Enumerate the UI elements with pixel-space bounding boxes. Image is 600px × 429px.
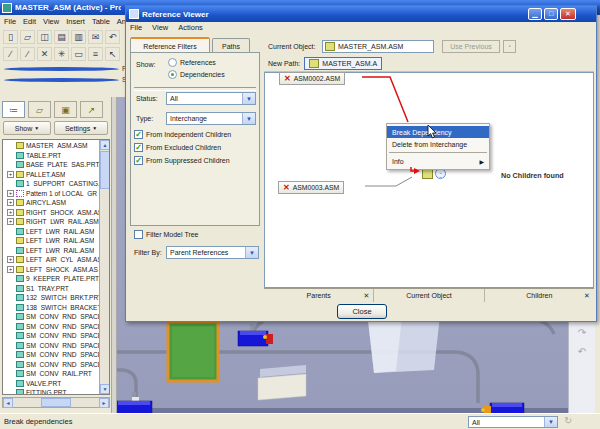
scroll-up-icon[interactable]: ▲ (100, 140, 110, 150)
scroll-down-icon[interactable]: ▼ (100, 384, 110, 394)
part-glass-panel[interactable] (368, 315, 440, 373)
model-tree-tab-icon[interactable]: ≔ (2, 101, 25, 118)
datum-axis-icon[interactable]: ⁄ (20, 47, 35, 61)
main-menu-item[interactable]: Edit (23, 17, 36, 26)
select-arrow-icon[interactable]: ↖ (105, 47, 120, 61)
scroll-right-icon[interactable]: ► (99, 398, 109, 408)
panel-splitter[interactable] (112, 97, 117, 413)
model-tree-row[interactable]: + AIRCYL.ASM (3, 198, 109, 208)
chevron-down-icon[interactable]: ▼ (242, 113, 255, 124)
new-path-chip[interactable]: MASTER_ASM.A (304, 57, 382, 70)
model-tree-row[interactable]: + FITTING.PRT (3, 388, 109, 395)
part-white-slats[interactable] (258, 365, 306, 400)
main-menu-item[interactable]: View (43, 17, 59, 26)
checkbox-checked-icon[interactable]: ✓ (134, 143, 143, 152)
use-previous-flyout-button[interactable]: ▪ (503, 40, 516, 53)
minimize-button[interactable]: ▁ (528, 8, 542, 20)
tree-vertical-scrollbar[interactable]: ▲ ▼ (99, 140, 109, 394)
expand-plus-icon[interactable]: + (7, 190, 14, 197)
settings-button[interactable]: Settings ▼ (54, 121, 108, 135)
menu-item-info[interactable]: Info ▶ (387, 155, 489, 167)
model-tree-row[interactable]: + 1_SUPPORT_CASTING.P (3, 179, 109, 189)
print-icon[interactable]: ▤ (54, 30, 69, 44)
model-tree-row[interactable]: + SM_CONV_RND_SPACER (3, 360, 109, 370)
checkbox-checked-icon[interactable]: ✓ (134, 156, 143, 165)
favorites-tab-icon[interactable]: ▣ (54, 101, 77, 118)
email-icon[interactable]: ✉ (88, 30, 103, 44)
expand-plus-icon[interactable]: + (7, 171, 14, 178)
model-tree-row[interactable]: + SM_CONV_RND_SPACER (3, 331, 109, 341)
model-tree-row[interactable]: + SM_CONV_RND_SPACER (3, 350, 109, 360)
model-tree-row[interactable]: + RIGHT_SHOCK_ASM.AS (3, 208, 109, 218)
scroll-left-icon[interactable]: ◄ (3, 398, 13, 408)
filter-checkbox-row[interactable]: ✓ From Independent Children (134, 128, 258, 141)
model-tree-row[interactable]: + 9_KEEPER_PLATE.PRT (3, 274, 109, 284)
type-combo[interactable]: Interchange ▼ (166, 112, 256, 125)
show-button[interactable]: Show ▼ (3, 121, 51, 135)
close-window-button[interactable]: ✕ (560, 8, 576, 20)
model-tree-row[interactable]: + SM_CONV_RND_SPACER (3, 322, 109, 332)
graph-node-asm0003[interactable]: ✕ ASM0003.ASM (278, 181, 344, 194)
status-combo[interactable]: All ▼ (166, 92, 256, 105)
model-tree-row[interactable]: + SM_CONV_RAIL.PRT (3, 369, 109, 379)
tab-reference-filters[interactable]: Reference Filters (130, 37, 210, 52)
checkbox-unchecked-icon[interactable]: ✓ (134, 230, 143, 239)
refresh-icon[interactable]: ↻ (564, 415, 572, 426)
close-button[interactable]: Close (337, 304, 387, 319)
model-tree-row[interactable]: + LEFT_LWR_RAIL.ASM (3, 236, 109, 246)
part-valve-right[interactable] (481, 403, 524, 413)
children-pane-header[interactable]: Children ✕ (485, 289, 594, 302)
dialog-menu-item[interactable]: View (152, 23, 168, 32)
dialog-menu-item[interactable]: File (130, 23, 142, 32)
maximize-button[interactable]: □ (544, 8, 558, 20)
graph-node-asm0002[interactable]: ✕ ASM0002.ASM (279, 72, 345, 85)
filter-checkbox-row[interactable]: ✓ From Excluded Children (134, 141, 258, 154)
tree-horizontal-scrollbar[interactable]: ◄ ► (2, 397, 110, 408)
pan-view-icon[interactable]: ↷ (575, 327, 589, 338)
close-pane-icon[interactable]: ✕ (584, 289, 590, 302)
model-tree-row[interactable]: + SM_CONV_RND_SPACER (3, 341, 109, 351)
use-previous-button[interactable]: Use Previous (442, 40, 500, 53)
dialog-menu-item[interactable]: Actions (178, 23, 203, 32)
close-pane-icon[interactable]: ✕ (363, 289, 369, 302)
model-tree-row[interactable]: + RIGHT_LWR_RAIL.ASM (3, 217, 109, 227)
parents-pane-header[interactable]: Parents ✕ (264, 289, 374, 302)
model-tree-row[interactable]: + LEFT_AIR_CYL_ASM.AS (3, 255, 109, 265)
filter-checkbox-row[interactable]: ✓ From Suppressed Children (134, 154, 258, 167)
model-tree-row[interactable]: + BASE_PLATE_SAS.PRT (3, 160, 109, 170)
new-file-icon[interactable]: ▯ (3, 30, 18, 44)
current-object-pane-header[interactable]: Current Object (374, 289, 484, 302)
undo-icon[interactable]: ↶ (105, 30, 120, 44)
part-green-panel[interactable] (168, 322, 218, 381)
filter-model-tree-checkbox[interactable]: ✓ Filter Model Tree (134, 228, 199, 241)
model-tree-row[interactable]: + PALLET.ASM (3, 170, 109, 180)
filter-by-combo[interactable]: Parent References ▼ (166, 246, 259, 259)
list-icon[interactable]: ≡ (88, 47, 103, 61)
main-menu-item[interactable]: Table (92, 17, 110, 26)
chevron-down-icon[interactable]: ▼ (544, 417, 557, 427)
expand-plus-icon[interactable]: + (7, 218, 14, 225)
checkbox-checked-icon[interactable]: ✓ (134, 130, 143, 139)
datum-csys-icon[interactable]: ✳ (54, 47, 69, 61)
part-valve-left[interactable] (112, 392, 152, 413)
print-preview-icon[interactable]: ▥ (71, 30, 86, 44)
scrollbar-thumb[interactable] (100, 151, 110, 189)
open-icon[interactable]: ▱ (20, 30, 35, 44)
status-filter-combo[interactable]: All ▼ (468, 416, 558, 428)
dependency-graph-canvas[interactable] (264, 72, 594, 288)
expand-plus-icon[interactable]: + (7, 209, 14, 216)
current-object-field[interactable]: MASTER_ASM.ASM (322, 40, 434, 53)
sketch-icon[interactable]: ▭ (71, 47, 86, 61)
model-tree-row[interactable]: + LEFT_LWR_RAIL.ASM (3, 246, 109, 256)
chevron-down-icon[interactable]: ▼ (242, 93, 255, 104)
model-tree-row[interactable]: + LEFT_SHOCK_ASM.AS (3, 265, 109, 275)
model-tree-row[interactable]: + LEFT_LWR_RAIL.ASM (3, 227, 109, 237)
tab-paths[interactable]: Paths (212, 38, 250, 53)
model-tree-row[interactable]: + VALVE.PRT (3, 379, 109, 389)
model-tree-row[interactable]: + S1_TRAY.PRT (3, 284, 109, 294)
save-icon[interactable]: ◫ (37, 30, 52, 44)
model-tree-row[interactable]: + MASTER_ASM.ASM (3, 141, 109, 151)
connections-tab-icon[interactable]: ↗ (80, 101, 103, 118)
interchange-node-icon[interactable] (422, 169, 433, 179)
expand-plus-icon[interactable]: + (7, 256, 14, 263)
